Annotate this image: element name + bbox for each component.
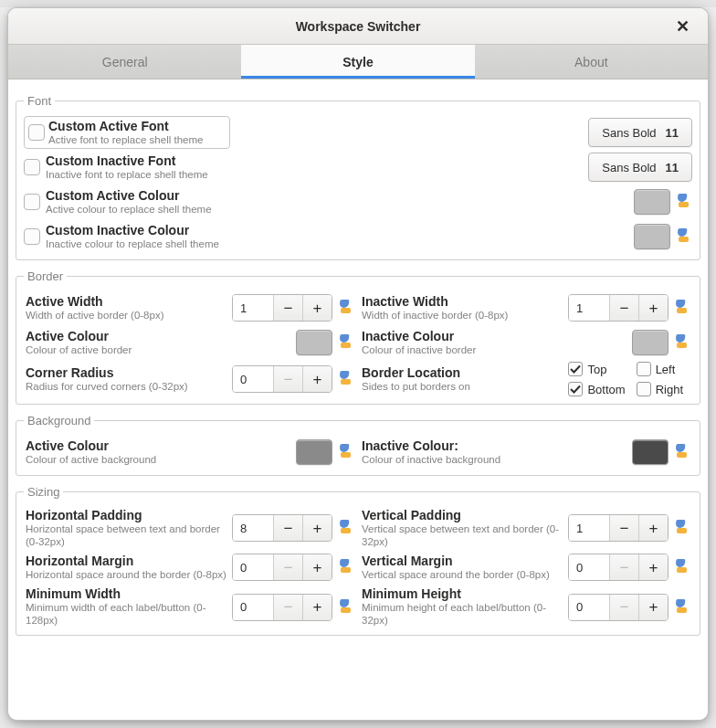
sub-vpad: Vertical space between text and border (… xyxy=(362,523,563,549)
swatch-font-active[interactable] xyxy=(634,189,670,215)
tab-about[interactable]: About xyxy=(475,45,708,79)
input-inactive-width[interactable] xyxy=(569,295,609,321)
label-bottom: Bottom xyxy=(587,383,625,396)
dialog-window: Workspace Switcher ✕ General Style About… xyxy=(7,7,709,721)
swatch-bg-inactive[interactable] xyxy=(632,439,669,465)
checkbox-left[interactable] xyxy=(637,362,651,376)
dec-hpad[interactable]: − xyxy=(273,515,302,541)
sub-hmargin: Horizontal space around the border (0-8p… xyxy=(26,569,226,582)
close-button[interactable]: ✕ xyxy=(669,13,697,40)
spin-hmargin: − + xyxy=(232,554,332,581)
spin-inactive-width: − + xyxy=(568,294,669,322)
checkbox-custom-inactive-font[interactable] xyxy=(24,159,40,175)
checkbox-custom-inactive-colour[interactable] xyxy=(24,228,40,245)
spin-vpad: − + xyxy=(568,514,669,542)
reset-icon[interactable] xyxy=(676,194,692,210)
titlebar: Workspace Switcher ✕ xyxy=(8,8,708,45)
dec-active-width[interactable]: − xyxy=(273,295,302,321)
checkbox-bottom[interactable] xyxy=(568,382,583,396)
checkbox-top[interactable] xyxy=(568,362,583,376)
swatch-bg-active[interactable] xyxy=(296,439,332,465)
inc-hmargin[interactable]: + xyxy=(302,554,332,580)
dec-minh[interactable]: − xyxy=(609,595,638,620)
sub-bg-active: Colour of active background xyxy=(26,454,290,467)
reset-icon[interactable] xyxy=(674,444,690,460)
inc-minh[interactable]: + xyxy=(638,595,668,620)
inc-active-width[interactable]: + xyxy=(302,295,332,321)
input-corner-radius[interactable] xyxy=(233,366,273,392)
label-inactive-width: Inactive Width xyxy=(362,294,563,310)
sub-minh: Minimum height of each label/button (0-3… xyxy=(362,602,563,628)
group-sizing-legend: Sizing xyxy=(24,485,63,499)
reset-icon[interactable] xyxy=(674,334,690,351)
swatch-border-active[interactable] xyxy=(296,330,332,355)
font-button-inactive[interactable]: Sans Bold 11 xyxy=(588,153,692,182)
checkbox-right[interactable] xyxy=(637,382,651,396)
reset-icon[interactable] xyxy=(674,599,690,616)
reset-icon[interactable] xyxy=(338,334,354,351)
inc-inactive-width[interactable]: + xyxy=(638,295,668,321)
sub-custom-active-colour: Active colour to replace shell theme xyxy=(46,204,628,216)
sub-inactive-width: Width of inactive border (0-8px) xyxy=(362,310,563,322)
label-minw: Minimum Width xyxy=(26,586,226,602)
reset-icon[interactable] xyxy=(338,444,354,460)
reset-icon[interactable] xyxy=(338,520,354,536)
dec-vmargin[interactable]: − xyxy=(609,554,638,580)
label-right: Right xyxy=(656,383,683,396)
input-minw[interactable] xyxy=(233,595,273,620)
sub-custom-inactive-colour: Inactive colour to replace shell theme xyxy=(46,238,628,251)
reset-icon[interactable] xyxy=(338,559,354,575)
tab-style[interactable]: Style xyxy=(241,45,474,79)
label-hpad: Horizontal Padding xyxy=(26,508,226,523)
spin-minw: − + xyxy=(232,594,332,621)
border-location-group: Top Left Bottom Right xyxy=(568,362,690,396)
sub-bg-inactive: Colour of inactive background xyxy=(362,454,626,467)
reset-icon[interactable] xyxy=(674,520,690,536)
reset-icon[interactable] xyxy=(676,228,692,245)
group-background-legend: Background xyxy=(24,414,94,427)
sub-border-location: Sides to put borders on xyxy=(362,381,563,394)
label-border-active-colour: Active Colour xyxy=(26,329,290,344)
inc-vmargin[interactable]: + xyxy=(638,554,668,580)
input-active-width[interactable] xyxy=(233,295,273,321)
group-font-legend: Font xyxy=(24,94,55,108)
checkbox-custom-active-font[interactable] xyxy=(28,124,45,141)
label-vmargin: Vertical Margin xyxy=(362,554,563,569)
font-size-inactive: 11 xyxy=(666,161,679,174)
input-vpad[interactable] xyxy=(569,515,609,541)
swatch-border-inactive[interactable] xyxy=(632,330,669,355)
reset-icon[interactable] xyxy=(338,300,354,316)
label-custom-inactive-colour: Custom Inactive Colour xyxy=(46,223,628,238)
checkbox-custom-active-colour[interactable] xyxy=(24,194,40,210)
dec-corner-radius[interactable]: − xyxy=(273,366,302,392)
dec-hmargin[interactable]: − xyxy=(273,554,302,580)
inc-minw[interactable]: + xyxy=(302,595,332,620)
label-minh: Minimum Height xyxy=(362,586,563,602)
inc-vpad[interactable]: + xyxy=(638,515,668,541)
dec-vpad[interactable]: − xyxy=(609,515,638,541)
input-vmargin[interactable] xyxy=(569,554,609,580)
tab-general[interactable]: General xyxy=(8,45,241,79)
reset-icon[interactable] xyxy=(338,599,354,616)
tab-bar: General Style About xyxy=(8,45,708,79)
reset-icon[interactable] xyxy=(338,371,354,387)
inc-corner-radius[interactable]: + xyxy=(302,366,332,392)
group-border: Border Active Width Width of active bord… xyxy=(16,269,700,405)
dec-inactive-width[interactable]: − xyxy=(609,295,638,321)
label-custom-active-font: Custom Active Font xyxy=(48,119,226,134)
sub-hpad: Horizontal space between text and border… xyxy=(26,523,226,549)
reset-icon[interactable] xyxy=(674,300,690,316)
group-font: Font Custom Active Font Active font to r… xyxy=(16,94,700,260)
label-border-inactive-colour: Inactive Colour xyxy=(362,329,626,344)
reset-icon[interactable] xyxy=(674,559,690,575)
label-border-location: Border Location xyxy=(362,365,563,381)
input-minh[interactable] xyxy=(569,595,609,620)
inc-hpad[interactable]: + xyxy=(302,515,332,541)
label-bg-active: Active Colour xyxy=(26,438,290,454)
input-hmargin[interactable] xyxy=(233,554,273,580)
font-button-active[interactable]: Sans Bold 11 xyxy=(588,118,692,147)
input-hpad[interactable] xyxy=(233,515,273,541)
swatch-font-inactive[interactable] xyxy=(634,224,670,249)
dec-minw[interactable]: − xyxy=(273,595,302,620)
spin-minh: − + xyxy=(568,594,669,621)
